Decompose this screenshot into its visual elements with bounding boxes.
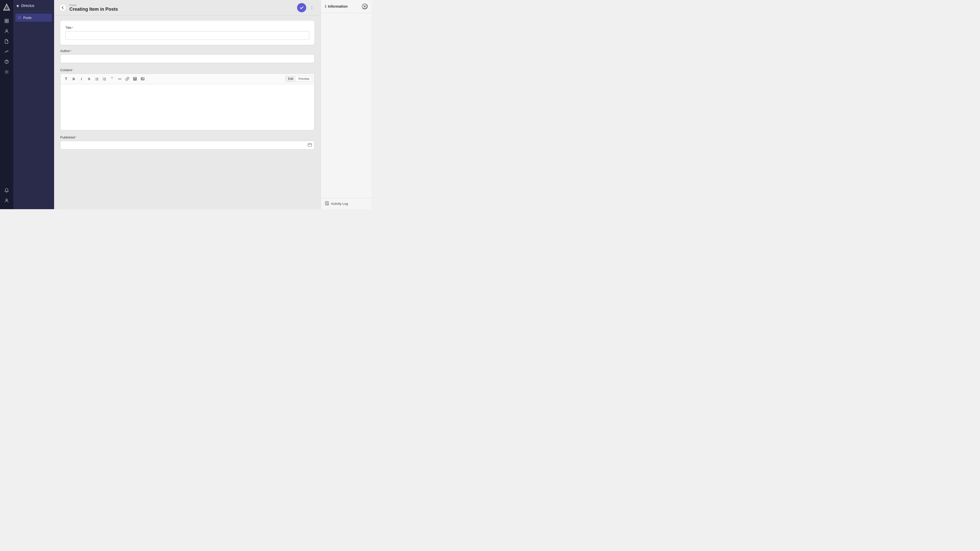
topbar-actions: ⋮ <box>297 3 315 12</box>
content-scroll: Title * Author * Content * T B <box>54 16 321 209</box>
calendar-icon[interactable] <box>308 143 312 148</box>
breadcrumb: Posts Creating Item in Posts <box>69 3 118 12</box>
nav-activity-icon[interactable] <box>2 47 11 56</box>
author-input[interactable] <box>60 54 314 63</box>
toolbar-strikethrough-button[interactable]: S <box>86 75 93 83</box>
right-panel-title: Information <box>328 4 348 8</box>
svg-point-12 <box>95 79 96 79</box>
right-panel: ℹ Information Activity Log <box>321 0 372 209</box>
toolbar-blockquote-button[interactable]: " <box>108 75 116 83</box>
svg-marker-1 <box>5 6 9 10</box>
content-required: * <box>73 68 73 72</box>
topbar-left: Posts Creating Item in Posts <box>59 3 118 12</box>
topbar: Posts Creating Item in Posts ⋮ <box>54 0 321 16</box>
svg-text:3: 3 <box>103 79 103 81</box>
posts-icon: ☰ <box>18 16 21 20</box>
svg-rect-28 <box>141 78 144 80</box>
save-button[interactable] <box>297 3 306 12</box>
toolbar-link-button[interactable] <box>124 75 131 83</box>
breadcrumb-current: Creating Item in Posts <box>69 6 118 12</box>
nav-notifications-icon[interactable] <box>2 186 11 195</box>
svg-point-8 <box>6 63 7 63</box>
back-button[interactable] <box>59 4 66 11</box>
svg-rect-3 <box>7 19 8 21</box>
svg-point-9 <box>6 71 7 73</box>
nav-settings-icon[interactable] <box>2 67 11 76</box>
nav-profile-icon[interactable] <box>2 196 11 205</box>
sidebar-brand: ◆ Directus <box>13 0 54 11</box>
svg-rect-2 <box>5 19 6 21</box>
title-section: Title * <box>60 21 314 45</box>
published-field-group: Published * <box>60 135 314 149</box>
published-date-input[interactable] <box>60 141 314 149</box>
activity-log-label: Activity Log <box>331 202 348 206</box>
svg-rect-4 <box>5 21 6 23</box>
brand-name: Directus <box>21 3 34 8</box>
title-field-group: Title * <box>65 26 309 40</box>
nav-files-icon[interactable] <box>2 37 11 46</box>
published-label: Published * <box>60 135 314 139</box>
title-input[interactable] <box>65 31 309 40</box>
nav-help-icon[interactable] <box>2 57 11 66</box>
toolbar-bullet-list-button[interactable] <box>93 75 100 83</box>
svg-rect-5 <box>7 21 8 23</box>
toolbar-image-button[interactable] <box>139 75 146 83</box>
sidebar-item-posts[interactable]: ☰ Posts <box>15 14 52 22</box>
content-editor-body[interactable] <box>60 84 314 130</box>
main-area: Posts Creating Item in Posts ⋮ Title * <box>54 0 321 209</box>
toolbar-table-button[interactable] <box>131 75 138 83</box>
activity-log-icon <box>325 201 329 206</box>
breadcrumb-parent: Posts <box>69 3 118 6</box>
svg-point-11 <box>95 78 96 78</box>
title-label: Title * <box>65 26 309 30</box>
right-panel-close-button[interactable] <box>362 3 368 9</box>
more-options-button[interactable]: ⋮ <box>308 4 315 11</box>
right-panel-content <box>321 13 372 198</box>
sidebar: ◆ Directus ☰ Posts <box>13 0 54 209</box>
preview-mode-button[interactable]: Preview <box>296 76 312 82</box>
toolbar-numbered-list-button[interactable]: 1 2 3 <box>101 75 108 83</box>
svg-point-6 <box>6 30 7 31</box>
title-required: * <box>72 26 73 29</box>
sidebar-nav: ☰ Posts <box>13 11 54 24</box>
content-field-group: Content * T B I S <box>60 68 314 130</box>
info-icon: ℹ <box>325 4 326 9</box>
right-panel-title-row: ℹ Information <box>325 4 348 9</box>
toolbar-italic-button[interactable]: I <box>78 75 85 83</box>
svg-rect-30 <box>308 144 312 147</box>
app-logo <box>3 3 11 11</box>
nav-users-icon[interactable] <box>2 27 11 36</box>
toolbar-heading-button[interactable]: T <box>62 75 70 83</box>
author-field-group: Author * <box>60 49 314 63</box>
icon-bar <box>0 0 13 209</box>
edit-preview-toggle: Edit Preview <box>285 76 312 82</box>
sidebar-item-label: Posts <box>23 16 32 20</box>
edit-mode-button[interactable]: Edit <box>286 76 296 82</box>
published-date-wrapper <box>60 141 314 149</box>
author-required: * <box>70 49 72 52</box>
right-panel-header: ℹ Information <box>321 0 372 13</box>
editor-toolbar: T B I S <box>60 74 314 84</box>
nav-content-icon[interactable] <box>2 16 11 25</box>
content-editor: T B I S <box>60 73 314 130</box>
content-label: Content * <box>60 68 314 72</box>
svg-rect-23 <box>134 77 137 80</box>
brand-icon: ◆ <box>16 3 19 8</box>
author-label: Author * <box>60 49 314 53</box>
svg-point-10 <box>6 199 7 200</box>
svg-point-13 <box>95 80 96 80</box>
activity-log-button[interactable]: Activity Log <box>321 198 372 209</box>
published-required: * <box>75 136 76 139</box>
toolbar-code-button[interactable]: <> <box>116 75 123 83</box>
toolbar-bold-button[interactable]: B <box>70 75 77 83</box>
